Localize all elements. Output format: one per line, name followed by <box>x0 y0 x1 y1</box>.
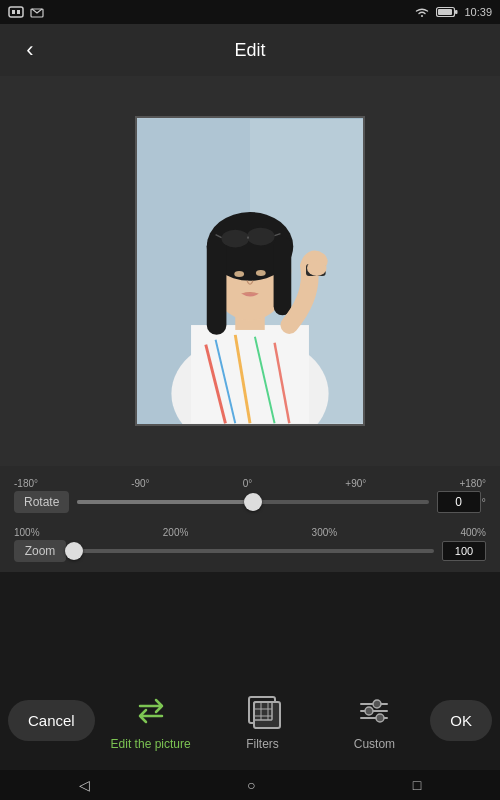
status-left <box>8 6 44 18</box>
tab-custom[interactable]: Custom <box>318 689 430 751</box>
zoom-max-label: 400% <box>460 527 486 538</box>
custom-label: Custom <box>354 737 395 751</box>
filters-icon <box>241 689 285 733</box>
rotate-track[interactable] <box>77 500 428 504</box>
svg-rect-19 <box>207 237 227 335</box>
wifi-icon <box>414 6 430 18</box>
rotate-labels: -180° -90° 0° +90° +180° <box>14 478 486 491</box>
custom-svg <box>355 692 393 730</box>
zoom-slider-row: 100% 200% 300% 400% Zoom 100 <box>0 523 500 572</box>
zoom-q1-label: 200% <box>163 527 189 538</box>
zoom-min-label: 100% <box>14 527 40 538</box>
photo-inner <box>137 118 363 424</box>
svg-point-42 <box>376 714 384 722</box>
rotate-track-container: Rotate 0 ° <box>14 491 486 513</box>
rotate-thumb <box>244 493 262 511</box>
portrait-image <box>137 118 363 424</box>
zoom-value[interactable]: 100 <box>442 541 486 561</box>
rotate-value[interactable]: 0 <box>437 491 481 513</box>
svg-rect-20 <box>274 237 292 316</box>
nav-recents-icon[interactable]: □ <box>413 777 421 793</box>
tab-edit-picture[interactable]: Edit the picture <box>95 689 207 751</box>
rotate-button[interactable]: Rotate <box>14 491 69 513</box>
tab-filters[interactable]: Filters <box>207 689 319 751</box>
rotate-degree-sign: ° <box>482 496 486 508</box>
zoom-labels: 100% 200% 300% 400% <box>14 527 486 540</box>
rotate-fill <box>77 500 253 504</box>
battery-icon <box>436 6 458 18</box>
svg-rect-2 <box>17 10 20 14</box>
svg-rect-31 <box>254 702 280 728</box>
bottom-tabs: Cancel Edit the picture <box>0 670 500 770</box>
ok-button[interactable]: OK <box>430 700 492 741</box>
photo-frame <box>135 116 365 426</box>
rotate-slider-row: -180° -90° 0° +90° +180° Rotate 0 ° <box>0 474 500 523</box>
top-bar: ‹ Edit <box>0 24 500 76</box>
filters-svg <box>244 692 282 730</box>
svg-rect-5 <box>438 9 452 15</box>
sim-icon <box>8 6 24 18</box>
zoom-thumb <box>65 542 83 560</box>
svg-point-22 <box>247 228 275 246</box>
svg-point-27 <box>256 270 266 276</box>
svg-point-26 <box>234 271 244 277</box>
rotate-center-label: 0° <box>243 478 253 489</box>
zoom-button[interactable]: Zoom <box>14 540 66 562</box>
svg-rect-10 <box>191 325 309 423</box>
status-right: 10:39 <box>414 6 492 18</box>
nav-bar: ◁ ○ □ <box>0 770 500 800</box>
swap-arrows-svg <box>132 692 170 730</box>
zoom-q2-label: 300% <box>312 527 338 538</box>
rotate-q3-label: +90° <box>345 478 366 489</box>
nav-back-icon[interactable]: ◁ <box>79 777 90 793</box>
back-button[interactable]: ‹ <box>12 32 48 68</box>
rotate-q1-label: -90° <box>131 478 149 489</box>
edit-picture-icon <box>129 689 173 733</box>
zoom-track-container: Zoom 100 <box>14 540 486 562</box>
svg-rect-0 <box>9 7 23 17</box>
svg-rect-1 <box>12 10 15 14</box>
rotate-max-label: +180° <box>459 478 486 489</box>
controls-area: -180° -90° 0° +90° +180° Rotate 0 ° 100%… <box>0 466 500 572</box>
edit-picture-label: Edit the picture <box>111 737 191 751</box>
filters-label: Filters <box>246 737 279 751</box>
time-display: 10:39 <box>464 6 492 18</box>
status-bar: 10:39 <box>0 0 500 24</box>
page-title: Edit <box>234 40 265 61</box>
notification-icon <box>30 6 44 18</box>
cancel-button[interactable]: Cancel <box>8 700 95 741</box>
svg-point-29 <box>307 260 327 276</box>
svg-point-40 <box>373 700 381 708</box>
nav-home-icon[interactable]: ○ <box>247 777 255 793</box>
rotate-min-label: -180° <box>14 478 38 489</box>
svg-point-41 <box>365 707 373 715</box>
svg-point-21 <box>222 230 250 248</box>
image-area <box>0 76 500 466</box>
custom-icon <box>352 689 396 733</box>
svg-rect-6 <box>455 10 458 14</box>
zoom-track[interactable] <box>74 549 434 553</box>
